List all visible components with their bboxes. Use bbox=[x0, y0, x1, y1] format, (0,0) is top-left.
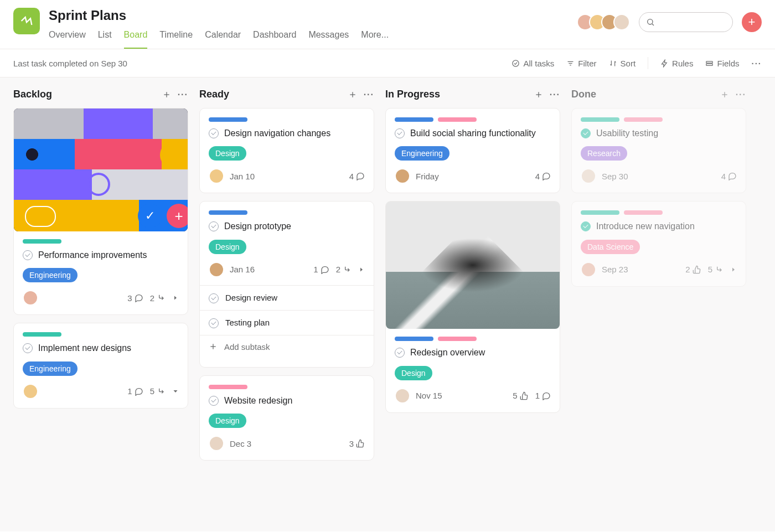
tab-more[interactable]: More... bbox=[361, 25, 389, 49]
more-icon[interactable]: ··· bbox=[178, 90, 188, 100]
subtasks-stat[interactable]: 2 bbox=[150, 293, 166, 303]
avatar[interactable] bbox=[209, 262, 224, 277]
column-title: In Progress bbox=[385, 89, 440, 100]
complete-checkbox-icon[interactable] bbox=[581, 128, 591, 138]
complete-checkbox-icon[interactable] bbox=[209, 396, 219, 406]
card[interactable]: Design prototypeDesignJan 161 2 Design r… bbox=[199, 201, 374, 367]
subtasks-stat[interactable]: 2 bbox=[336, 265, 352, 274]
card[interactable]: Introduce new navigationData ScienceSep … bbox=[571, 201, 746, 286]
tab-timeline[interactable]: Timeline bbox=[159, 25, 193, 49]
sort-button[interactable]: Sort bbox=[609, 59, 636, 68]
card-tag[interactable]: Engineering bbox=[395, 146, 450, 161]
subtasks-stat[interactable]: 5 bbox=[150, 386, 166, 396]
likes-stat[interactable]: 2 bbox=[685, 265, 701, 274]
complete-checkbox-icon[interactable] bbox=[209, 293, 219, 303]
card[interactable]: ✓+ Performance improvementsEngineering3 … bbox=[13, 108, 188, 315]
comments-stat[interactable]: 4 bbox=[535, 172, 551, 181]
card[interactable]: Usability testingResearchSep 304 bbox=[571, 108, 746, 193]
tab-dashboard[interactable]: Dashboard bbox=[253, 25, 296, 49]
complete-checkbox-icon[interactable] bbox=[23, 250, 33, 260]
chevron-right-icon[interactable] bbox=[730, 266, 737, 273]
svg-line-1 bbox=[652, 24, 654, 25]
avatar[interactable] bbox=[395, 168, 410, 184]
card-tag[interactable]: Design bbox=[395, 366, 432, 380]
add-card-button[interactable] bbox=[534, 90, 543, 99]
comments-stat[interactable]: 1 bbox=[127, 386, 143, 396]
project-icon[interactable] bbox=[13, 8, 40, 34]
card-assignee[interactable]: Sep 23 bbox=[581, 262, 628, 277]
filter-button[interactable]: Filter bbox=[566, 59, 596, 68]
more-icon[interactable]: ··· bbox=[550, 90, 560, 100]
likes-stat[interactable]: 3 bbox=[349, 439, 365, 448]
add-card-button[interactable] bbox=[348, 90, 357, 99]
complete-checkbox-icon[interactable] bbox=[581, 221, 591, 231]
card-tag[interactable]: Engineering bbox=[23, 268, 78, 282]
add-card-button[interactable] bbox=[162, 90, 171, 99]
avatar[interactable] bbox=[581, 168, 596, 184]
chevron-right-icon[interactable] bbox=[172, 295, 179, 301]
complete-checkbox-icon[interactable] bbox=[395, 128, 405, 138]
comments-stat[interactable]: 4 bbox=[349, 172, 365, 181]
complete-checkbox-icon[interactable] bbox=[395, 348, 405, 358]
card-tag[interactable]: Engineering bbox=[23, 361, 78, 376]
chevron-right-icon[interactable] bbox=[358, 266, 365, 273]
card[interactable]: Build social sharing functionalityEngine… bbox=[385, 108, 560, 193]
card-assignee[interactable]: Dec 3 bbox=[209, 436, 251, 451]
subtask-row[interactable]: Design review bbox=[200, 286, 374, 311]
card-assignee[interactable] bbox=[23, 290, 38, 306]
search-input[interactable] bbox=[639, 12, 733, 32]
card-assignee[interactable] bbox=[23, 384, 38, 399]
avatar[interactable] bbox=[23, 290, 38, 306]
likes-stat[interactable]: 5 bbox=[513, 391, 528, 400]
card-assignee[interactable]: Nov 15 bbox=[395, 388, 442, 404]
comments-stat[interactable]: 1 bbox=[313, 265, 329, 274]
card[interactable]: Design navigation changesDesignJan 104 bbox=[199, 108, 374, 193]
tab-overview[interactable]: Overview bbox=[49, 25, 86, 49]
card-tag[interactable]: Design bbox=[209, 414, 246, 428]
subtask-row[interactable]: Testing plan bbox=[200, 311, 374, 335]
comments-stat[interactable]: 4 bbox=[721, 172, 737, 181]
more-icon[interactable]: ··· bbox=[736, 90, 746, 100]
tab-calendar[interactable]: Calendar bbox=[205, 25, 241, 49]
global-add-button[interactable]: + bbox=[742, 12, 762, 32]
subtasks-stat[interactable]: 5 bbox=[708, 265, 724, 274]
all-tasks-button[interactable]: All tasks bbox=[512, 59, 554, 68]
chevron-down-icon[interactable] bbox=[172, 388, 179, 395]
more-icon[interactable]: ··· bbox=[751, 59, 762, 68]
card-tag[interactable]: Data Science bbox=[581, 240, 640, 254]
card-assignee[interactable]: Jan 10 bbox=[209, 168, 255, 184]
avatar[interactable] bbox=[209, 436, 224, 451]
member-avatars[interactable] bbox=[577, 14, 630, 30]
avatar[interactable] bbox=[23, 384, 38, 399]
complete-checkbox-icon[interactable] bbox=[23, 343, 33, 353]
card[interactable]: Implement new designsEngineering1 5 bbox=[13, 323, 188, 408]
card-assignee[interactable]: Friday bbox=[395, 168, 439, 184]
tab-board[interactable]: Board bbox=[124, 25, 148, 49]
avatar[interactable] bbox=[613, 14, 630, 30]
avatar[interactable] bbox=[395, 388, 410, 404]
subtask-icon bbox=[343, 265, 352, 274]
tab-list[interactable]: List bbox=[98, 25, 112, 49]
tab-messages[interactable]: Messages bbox=[308, 25, 349, 49]
card[interactable]: Redesign overviewDesignNov 155 1 bbox=[385, 201, 560, 412]
complete-checkbox-icon[interactable] bbox=[209, 221, 219, 231]
card-tag[interactable]: Research bbox=[581, 146, 627, 161]
card[interactable]: Website redesignDesignDec 33 bbox=[199, 375, 374, 461]
complete-checkbox-icon[interactable] bbox=[209, 128, 219, 138]
complete-checkbox-icon[interactable] bbox=[209, 318, 219, 328]
avatar[interactable] bbox=[209, 168, 224, 184]
fields-button[interactable]: Fields bbox=[705, 59, 739, 68]
add-subtask-button[interactable]: Add subtask bbox=[200, 335, 374, 358]
subtask-list: Design reviewTesting planAdd subtask bbox=[200, 285, 374, 358]
rules-button[interactable]: Rules bbox=[660, 59, 693, 68]
card-tag[interactable]: Design bbox=[209, 146, 246, 161]
more-icon[interactable]: ··· bbox=[364, 90, 374, 100]
card-footer: Dec 33 bbox=[209, 436, 365, 451]
card-assignee[interactable]: Sep 30 bbox=[581, 168, 628, 184]
card-assignee[interactable]: Jan 16 bbox=[209, 262, 255, 277]
comments-stat[interactable]: 1 bbox=[535, 391, 551, 400]
comments-stat[interactable]: 3 bbox=[127, 293, 143, 303]
add-card-button[interactable] bbox=[720, 90, 729, 99]
card-tag[interactable]: Design bbox=[209, 240, 246, 254]
avatar[interactable] bbox=[581, 262, 596, 277]
